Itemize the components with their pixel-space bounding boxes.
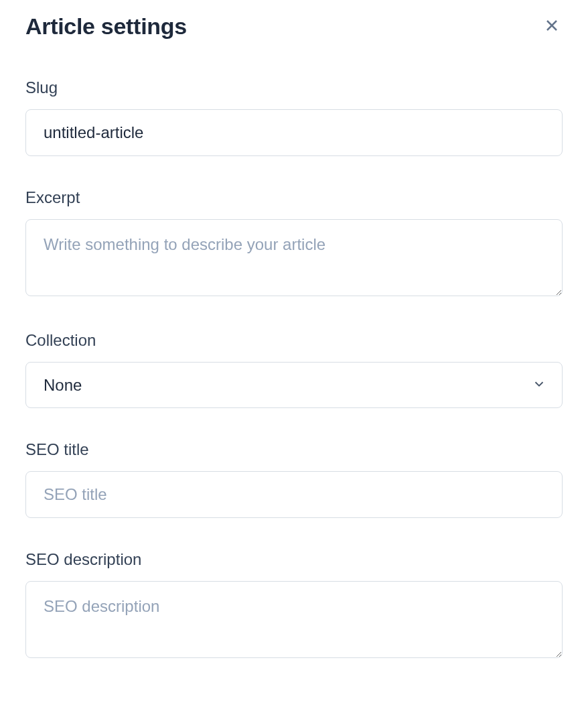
collection-field-group: Collection None <box>25 331 563 408</box>
slug-input[interactable] <box>25 109 563 156</box>
close-icon <box>544 17 560 36</box>
panel-title: Article settings <box>25 13 187 40</box>
excerpt-field-group: Excerpt <box>25 188 563 299</box>
collection-select-wrapper: None <box>25 362 563 408</box>
seo-title-field-group: SEO title <box>25 440 563 518</box>
excerpt-textarea[interactable] <box>25 219 563 296</box>
collection-label: Collection <box>25 331 563 350</box>
excerpt-label: Excerpt <box>25 188 563 207</box>
close-button[interactable] <box>541 15 563 38</box>
seo-description-textarea[interactable] <box>25 581 563 658</box>
seo-title-label: SEO title <box>25 440 563 459</box>
seo-description-label: SEO description <box>25 550 563 569</box>
collection-select[interactable]: None <box>25 362 563 408</box>
seo-description-field-group: SEO description <box>25 550 563 661</box>
slug-label: Slug <box>25 78 563 97</box>
seo-title-input[interactable] <box>25 471 563 518</box>
slug-field-group: Slug <box>25 78 563 156</box>
panel-header: Article settings <box>25 13 563 40</box>
